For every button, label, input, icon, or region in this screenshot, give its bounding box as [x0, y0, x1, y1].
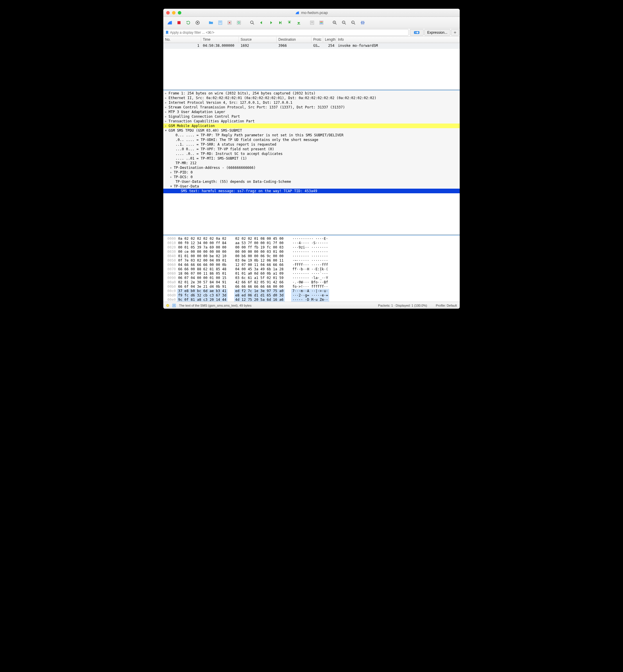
goto-button[interactable]	[276, 19, 284, 27]
toolbar: =	[163, 17, 460, 28]
col-time[interactable]: Time	[201, 37, 239, 43]
expression-button[interactable]: Expression...	[424, 29, 450, 36]
tree-sctp[interactable]: ▶Stream Control Transmission Protocol, S…	[163, 105, 460, 110]
hex-row[interactable]: 004001 01 00 00 00 be 02 10 00 b6 00 00 …	[166, 254, 329, 258]
close-file-button[interactable]	[226, 19, 234, 27]
svg-rect-19	[320, 22, 323, 23]
display-filter-input[interactable]	[170, 31, 408, 35]
tree-tpud[interactable]: ▼TP-User-Data	[163, 184, 460, 188]
hex-row[interactable]: 003000 ce 00 00 00 00 00 00 00 00 00 00 …	[166, 250, 329, 254]
last-button[interactable]	[295, 19, 303, 27]
first-button[interactable]	[285, 19, 294, 27]
status-field-info: The text of the SMS (gsm_sms.sms_text), …	[179, 304, 251, 307]
col-proto[interactable]: Protc	[312, 37, 323, 43]
col-dst[interactable]: Destination	[277, 37, 312, 43]
col-no[interactable]: No.	[163, 37, 201, 43]
svg-line-26	[345, 23, 346, 24]
hex-pane[interactable]: 00000a 02 02 02 02 02 0a 02 02 02 02 01 …	[163, 235, 460, 302]
svg-rect-3	[218, 21, 222, 25]
col-info[interactable]: Info	[336, 37, 460, 43]
tree-tcap[interactable]: ▶Transaction Capabilities Application Pa…	[163, 119, 460, 123]
stop-capture-button[interactable]	[175, 19, 183, 27]
hex-row[interactable]: 001000 f0 12 34 00 00 ff 84 aa 53 7f 00 …	[166, 241, 329, 245]
svg-line-29	[354, 23, 355, 24]
tree-tpdu[interactable]: ▼GSM SMS TPDU (GSM 03.40) SMS-SUBMIT	[163, 128, 460, 133]
svg-text:=: =	[352, 21, 353, 23]
hex-row[interactable]: 00500f 7e 03 02 00 04 09 01 03 0e 19 0b …	[166, 258, 329, 263]
status-packets: Packets: 1 · Displayed: 1 (100.0%)	[378, 304, 427, 307]
tree-bit[interactable]: .... ..01 = TP-MTI: SMS-SUBMIT (1)	[163, 156, 460, 161]
capture-options-button[interactable]	[194, 19, 202, 27]
status-bar: The text of the SMS (gsm_sms.sms_text), …	[163, 302, 460, 309]
save-file-button[interactable]	[216, 19, 224, 27]
packet-details-pane[interactable]: ▶Frame 1: 254 bytes on wire (2032 bits),…	[163, 90, 460, 235]
app-window: mo-fwdsm.pcap = Expression...	[163, 9, 460, 309]
svg-rect-12	[297, 24, 300, 24]
close-button[interactable]	[166, 11, 170, 14]
tree-sms-text[interactable]: SMS text: harmful message: ss7-fragz on …	[163, 188, 460, 193]
svg-rect-20	[320, 23, 323, 24]
hex-row[interactable]: 008018 06 07 00 11 86 05 01 01 01 a0 0d …	[166, 271, 329, 276]
hex-row[interactable]: 00d0f9 fc d6 32 cb c3 67 3d e8 ed 06 d1 …	[166, 293, 329, 298]
packet-list-pane: No. Time Source Destination Protc Length…	[163, 37, 460, 90]
autoscroll-button[interactable]	[308, 19, 316, 27]
minimize-button[interactable]	[172, 11, 176, 14]
open-file-button[interactable]	[207, 19, 215, 27]
hex-row[interactable]: 00000a 02 02 02 02 02 0a 02 02 02 02 01 …	[166, 237, 329, 241]
filter-bar: Expression... +	[163, 28, 460, 37]
hex-row[interactable]: 00e09c 0f 81 a8 c3 20 14 44 4d 12 75 20 …	[166, 298, 329, 302]
tree-frame[interactable]: ▶Frame 1: 254 bytes on wire (2032 bits),…	[163, 91, 460, 96]
prev-button[interactable]	[258, 19, 266, 27]
hex-row[interactable]: 00a002 01 2e 30 57 84 04 91 42 66 6f 82 …	[166, 280, 329, 285]
resize-columns-button[interactable]	[359, 19, 367, 27]
zoom-in-button[interactable]	[331, 19, 339, 27]
hex-row[interactable]: 00c037 e8 b0 bc 6d ae b3 41 ed f2 7c 1e …	[166, 289, 329, 293]
reload-button[interactable]	[235, 19, 243, 27]
tree-tppid[interactable]: ▶TP-PID: 0	[163, 170, 460, 175]
hex-row[interactable]: 00b066 6f 04 3e 21 d4 0b 91 66 66 66 66 …	[166, 285, 329, 289]
svg-line-9	[253, 23, 254, 24]
svg-rect-13	[310, 21, 314, 24]
hex-row[interactable]: 009006 07 04 00 00 01 00 15 03 6c 61 a1 …	[166, 276, 329, 280]
svg-rect-10	[281, 21, 281, 24]
svg-rect-11	[288, 21, 291, 22]
next-button[interactable]	[267, 19, 275, 27]
hex-row[interactable]: 007066 66 00 88 62 81 85 48 04 00 45 3a …	[166, 267, 329, 271]
packet-row[interactable]: 1 04:50:38.000000 1692 3966 GS… 254 invo…	[163, 43, 460, 49]
tree-tpdcs[interactable]: ▶TP-DCS: 0	[163, 175, 460, 179]
find-button[interactable]	[248, 19, 256, 27]
tree-bit[interactable]: .0.. .... = TP-UDHI: The TP UD field con…	[163, 138, 460, 142]
tree-tpmr[interactable]: TP-MR: 212	[163, 161, 460, 165]
zoom-button[interactable]	[178, 11, 181, 14]
start-capture-button[interactable]	[166, 19, 174, 27]
zoom-out-button[interactable]	[340, 19, 348, 27]
tree-ip[interactable]: ▶Internet Protocol Version 4, Src: 127.0…	[163, 100, 460, 105]
bookmark-icon[interactable]	[164, 31, 170, 35]
status-profile[interactable]: Profile: Default	[436, 304, 457, 307]
tree-bit[interactable]: ...0 0... = TP-VPF: TP-VP field not pres…	[163, 147, 460, 151]
tree-tpudl[interactable]: TP-User-Data-Length: (55) depends on Dat…	[163, 179, 460, 184]
tree-tpda[interactable]: ▶TP-Destination-Address - (666666666666)	[163, 165, 460, 170]
packet-list-empty	[163, 49, 460, 90]
col-len[interactable]: Length	[323, 37, 336, 43]
expert-led-icon[interactable]	[166, 304, 169, 307]
svg-rect-18	[320, 21, 323, 22]
hex-row[interactable]: 006004 66 66 66 66 00 00 0b 12 07 00 11 …	[166, 263, 329, 267]
packet-list-header[interactable]: No. Time Source Destination Protc Length…	[163, 37, 460, 43]
colorize-button[interactable]	[317, 19, 325, 27]
tree-m3ua[interactable]: ▶MTP 3 User Adaptation Layer	[163, 110, 460, 114]
tree-bit[interactable]: .... .0.. = TP-RD: Instruct SC to accept…	[163, 151, 460, 156]
window-title: mo-fwdsm.pcap	[301, 10, 328, 15]
col-src[interactable]: Source	[239, 37, 277, 43]
tree-sccp[interactable]: ▶Signalling Connection Control Part	[163, 114, 460, 119]
apply-filter-button[interactable]	[410, 29, 424, 36]
hex-row[interactable]: 002000 01 05 39 7a 69 00 00 00 00 ff fb …	[166, 245, 329, 250]
tree-gsm-map[interactable]: ▶GSM Mobile Application	[163, 123, 460, 128]
zoom-reset-button[interactable]: =	[349, 19, 357, 27]
restart-capture-button[interactable]	[184, 19, 192, 27]
tree-bit[interactable]: 0... .... = TP-RP: TP Reply Path paramet…	[163, 133, 460, 138]
add-filter-button[interactable]: +	[451, 29, 459, 36]
tree-bit[interactable]: ..1. .... = TP-SRR: A status report is r…	[163, 142, 460, 147]
tree-eth[interactable]: ▶Ethernet II, Src: 0a:02:02:02:02:01 (0a…	[163, 96, 460, 100]
notes-icon[interactable]	[172, 303, 176, 308]
